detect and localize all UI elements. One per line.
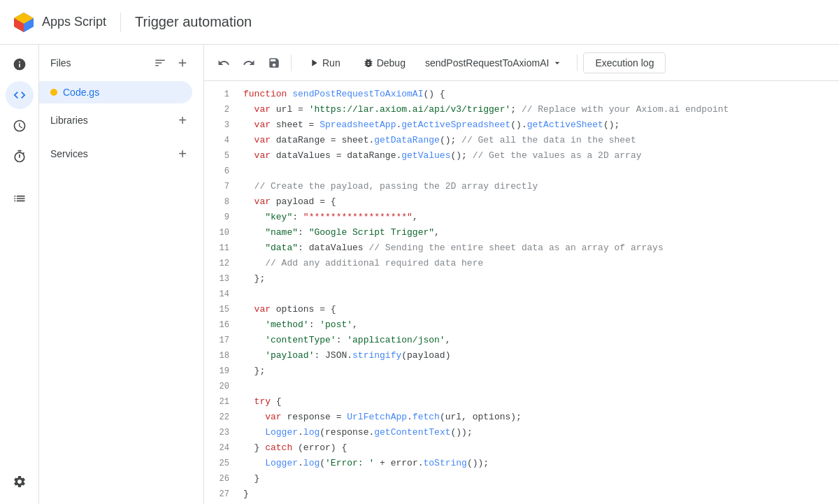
icon-bar-lists[interactable] [6, 185, 34, 213]
execution-log-button[interactable]: Execution log [583, 52, 666, 73]
code-line-9: 9 "key": "******************", [204, 210, 839, 225]
main-layout: Files Code.gs Libraries + Services + [0, 45, 839, 504]
file-name: Code.gs [63, 87, 99, 98]
code-line-16: 16 'method': 'post', [204, 317, 839, 333]
icon-bar-triggers[interactable] [6, 112, 34, 140]
code-line-15: 15 var options = { [204, 302, 839, 317]
project-name: Trigger automation [135, 14, 252, 30]
executions-icon [13, 150, 27, 164]
function-selector[interactable]: sendPostRequestToAxiomAI [417, 53, 571, 73]
code-line-17: 17 'contentType': 'application/json', [204, 333, 839, 348]
code-line-23: 23 Logger.log(response.getContentText())… [204, 425, 839, 440]
app-header: Apps Script Trigger automation [0, 0, 839, 45]
code-editor[interactable]: 1 function sendPostRequestToAxiomAI() { … [204, 81, 839, 504]
editor-area: Run Debug sendPostRequestToAxiomAI Execu… [204, 45, 839, 504]
redo-button[interactable] [238, 52, 260, 74]
debug-label: Debug [377, 57, 406, 69]
code-line-8: 8 var payload = { [204, 194, 839, 210]
dropdown-icon [552, 57, 563, 69]
code-line-11: 11 "data": dataValues // Sending the ent… [204, 240, 839, 256]
code-line-20: 20 [204, 379, 839, 394]
libraries-label: Libraries [50, 115, 88, 126]
code-line-12: 12 // Add any additional required data h… [204, 256, 839, 271]
code-line-7: 7 // Create the payload, passing the 2D … [204, 179, 839, 194]
sort-files-button[interactable] [150, 53, 170, 73]
gear-icon [13, 475, 27, 489]
execution-log-label: Execution log [595, 57, 654, 69]
code-line-14: 14 [204, 287, 839, 302]
code-line-22: 22 var response = UrlFetchApp.fetch(url,… [204, 410, 839, 425]
code-line-3: 3 var sheet = SpreadsheetApp.getActiveSp… [204, 117, 839, 133]
code-line-26: 26 } [204, 471, 839, 487]
run-icon [308, 57, 320, 69]
function-name: sendPostRequestToAxiomAI [425, 57, 549, 69]
info-icon [13, 57, 27, 71]
code-line-25: 25 Logger.log('Error: ' + error.toString… [204, 456, 839, 471]
code-icon [13, 88, 27, 102]
add-service-button[interactable]: + [173, 144, 192, 164]
run-label: Run [322, 57, 340, 69]
save-icon [268, 57, 280, 69]
code-line-21: 21 try { [204, 394, 839, 410]
file-item-code-gs[interactable]: Code.gs [39, 81, 192, 103]
code-line-13: 13 }; [204, 271, 839, 287]
header-divider [120, 13, 121, 32]
undo-button[interactable] [213, 52, 235, 74]
code-line-24: 24 } catch (error) { [204, 440, 839, 456]
add-file-button[interactable] [173, 53, 192, 73]
icon-bar [0, 45, 39, 504]
files-label: Files [50, 57, 71, 69]
redo-icon [243, 57, 255, 69]
icon-bar-editor[interactable] [6, 81, 34, 109]
add-icon [176, 57, 189, 69]
code-line-1: 1 function sendPostRequestToAxiomAI() { [204, 87, 839, 102]
sidebar: Files Code.gs Libraries + Services + [39, 45, 204, 504]
icon-bar-executions[interactable] [6, 143, 34, 171]
code-line-2: 2 var url = 'https://lar.axiom.ai/api/v3… [204, 102, 839, 117]
sort-icon [154, 57, 166, 69]
file-status-dot [50, 89, 57, 96]
apps-script-logo [11, 10, 36, 35]
services-label: Services [50, 148, 88, 159]
services-section[interactable]: Services + [39, 137, 203, 171]
files-section-header: Files [39, 45, 203, 81]
toolbar-separator-1 [291, 55, 292, 71]
code-line-19: 19 }; [204, 363, 839, 379]
logo-area: Apps Script [11, 10, 106, 35]
sidebar-file-actions [150, 53, 192, 73]
toolbar-separator-2 [577, 55, 578, 71]
code-line-27: 27 } [204, 487, 839, 502]
icon-bar-overview[interactable] [6, 50, 34, 78]
editor-toolbar: Run Debug sendPostRequestToAxiomAI Execu… [204, 45, 839, 81]
add-library-button[interactable]: + [173, 110, 192, 130]
undo-icon [217, 57, 230, 69]
triggers-icon [13, 119, 27, 133]
code-line-5: 5 var dataValues = dataRange.getValues()… [204, 148, 839, 164]
app-name: Apps Script [42, 15, 106, 29]
icon-bar-settings[interactable] [6, 468, 34, 496]
run-button[interactable]: Run [297, 53, 352, 73]
debug-icon [363, 57, 374, 69]
code-line-10: 10 "name": "Google Script Trigger", [204, 225, 839, 240]
debug-button[interactable]: Debug [354, 53, 414, 73]
list-icon [13, 192, 27, 206]
save-button[interactable] [263, 52, 285, 74]
libraries-section[interactable]: Libraries + [39, 103, 203, 137]
code-line-4: 4 var dataRange = sheet.getDataRange(); … [204, 133, 839, 148]
code-line-18: 18 'payload': JSON.stringify(payload) [204, 348, 839, 363]
code-line-6: 6 [204, 164, 839, 179]
